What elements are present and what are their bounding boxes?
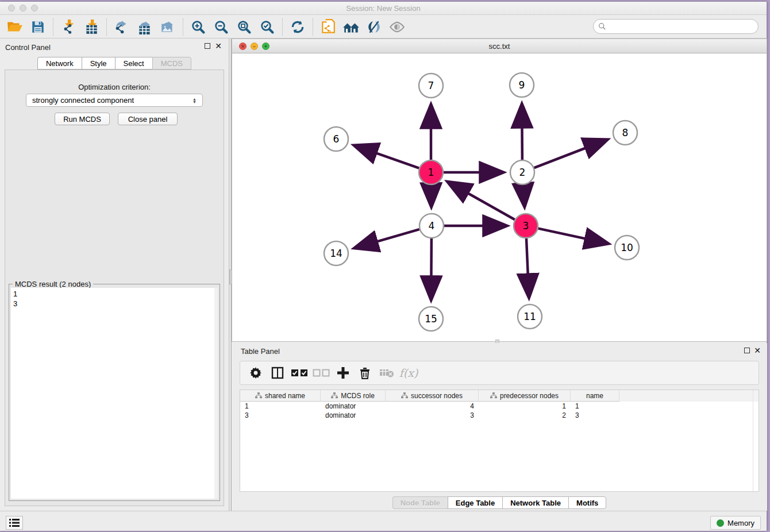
svg-text:4: 4 (429, 220, 435, 232)
table-row[interactable]: 3dominator323 (240, 411, 759, 420)
export-network-icon[interactable] (112, 18, 132, 36)
edge-4-15[interactable] (431, 238, 432, 300)
tab-motifs[interactable]: Motifs (568, 496, 606, 509)
zoom-out-icon[interactable] (211, 18, 231, 36)
column-header-successor-nodes[interactable]: successor nodes (386, 390, 479, 402)
export-table-icon[interactable] (135, 18, 155, 36)
first-neighbors-icon[interactable] (341, 18, 361, 36)
float-panel-icon[interactable] (205, 43, 210, 49)
node-14[interactable]: 14 (324, 241, 348, 265)
toolbar-separator (313, 18, 313, 36)
window-title: Session: New Session (0, 4, 767, 13)
tab-edge-table[interactable]: Edge Table (448, 496, 502, 509)
table-cell[interactable]: 1 (240, 402, 321, 411)
search-input[interactable] (606, 21, 758, 32)
table-cell[interactable]: 1 (571, 402, 619, 411)
hierarchy-icon (401, 392, 408, 399)
edge-3-1[interactable] (448, 182, 515, 219)
mcds-result-legend: MCDS result (2 nodes) (13, 280, 93, 288)
column-header-shared-name[interactable]: shared name (240, 390, 321, 402)
table-cell[interactable]: 4 (386, 402, 479, 411)
network-view-window: ✕ − + scc.txt 1 2 3 4 6 7 8 9 10 (232, 38, 767, 342)
zoom-fit-icon[interactable] (234, 18, 254, 36)
tab-style[interactable]: Style (82, 57, 115, 70)
select-all-checks-icon[interactable] (291, 364, 308, 381)
node-2[interactable]: 2 (510, 160, 534, 184)
network-canvas[interactable]: 1 2 3 4 6 7 8 9 10 11 14 15 (232, 53, 767, 341)
run-mcds-button[interactable]: Run MCDS (55, 113, 110, 125)
column-chooser-icon[interactable] (269, 364, 286, 381)
mcds-result-group: MCDS result (2 nodes) 1 3 (9, 284, 220, 501)
zoom-selected-icon[interactable] (257, 18, 277, 36)
node-6[interactable]: 6 (324, 127, 348, 151)
column-header-name[interactable]: name (571, 390, 619, 402)
node-3[interactable]: 3 (514, 214, 538, 238)
node-10[interactable]: 10 (615, 236, 639, 260)
application-window: Session: New Session Control Panel ✕ Net… (0, 2, 767, 531)
tab-network-table[interactable]: Network Table (502, 496, 568, 509)
node-11[interactable]: 11 (518, 304, 542, 329)
import-table-icon[interactable] (82, 18, 101, 36)
edge-3-10[interactable] (538, 229, 609, 244)
table-cell[interactable]: dominator (321, 411, 386, 420)
edge-2-9[interactable] (522, 104, 522, 160)
memory-button[interactable]: Memory (710, 516, 761, 530)
import-network-icon[interactable] (59, 18, 78, 36)
hierarchy-icon (331, 392, 338, 399)
table-cell[interactable]: 3 (240, 411, 321, 420)
close-panel-button[interactable]: Close panel (118, 113, 178, 125)
table-close-panel-icon[interactable]: ✕ (754, 348, 761, 353)
svg-text:9: 9 (519, 79, 525, 91)
show-hide-icon[interactable] (387, 18, 407, 36)
tab-mcds[interactable]: MCDS (152, 57, 191, 70)
duplicate-network-icon[interactable] (318, 18, 338, 36)
node-9[interactable]: 9 (510, 73, 534, 97)
node-table[interactable]: shared nameMCDS rolesuccessor nodesprede… (240, 390, 759, 492)
edge-2-3[interactable] (523, 185, 524, 207)
settings-gear-icon[interactable] (247, 364, 264, 381)
hierarchy-icon (255, 392, 262, 399)
table-float-panel-icon[interactable] (744, 348, 750, 353)
edge-3-11[interactable] (526, 238, 529, 298)
table-cell[interactable]: 3 (571, 411, 619, 420)
delete-column-icon[interactable] (356, 364, 374, 381)
save-session-icon[interactable] (28, 18, 48, 36)
refresh-icon[interactable] (288, 18, 307, 36)
export-image-icon[interactable] (158, 18, 178, 36)
table-cell[interactable]: 2 (479, 411, 571, 420)
edge-2-8[interactable] (534, 140, 608, 168)
svg-text:10: 10 (621, 242, 633, 253)
result-scrollbar[interactable] (214, 288, 218, 499)
tab-node-table[interactable]: Node Table (392, 496, 448, 509)
tab-select[interactable]: Select (115, 57, 152, 70)
zoom-in-icon[interactable] (188, 18, 208, 36)
column-header-predecessor-nodes[interactable]: predecessor nodes (479, 390, 571, 402)
open-session-icon[interactable] (5, 18, 25, 36)
column-header-MCDS-role[interactable]: MCDS role (321, 390, 386, 402)
search-box[interactable] (593, 19, 759, 34)
tab-network[interactable]: Network (37, 57, 82, 70)
edge-4-14[interactable] (355, 229, 419, 248)
table-cell[interactable]: 1 (479, 402, 571, 411)
developer-panel-button[interactable] (6, 516, 23, 530)
node-7[interactable]: 7 (419, 74, 443, 98)
toolbar-separator (282, 18, 283, 36)
table-tabs: Node TableEdge TableNetwork TableMotifs (232, 496, 767, 509)
close-panel-icon[interactable]: ✕ (215, 43, 222, 49)
node-15[interactable]: 15 (419, 307, 443, 331)
node-8[interactable]: 8 (613, 121, 637, 145)
node-1[interactable]: 1 (419, 160, 443, 184)
selected-option: strongly connected component (32, 96, 134, 105)
apply-style-icon[interactable] (364, 18, 384, 36)
table-row[interactable]: 1dominator411 (240, 402, 759, 411)
table-cell[interactable]: dominator (321, 402, 386, 411)
edge-1-6[interactable] (354, 145, 419, 168)
add-column-icon[interactable] (334, 364, 352, 381)
table-cell[interactable]: 3 (386, 411, 479, 420)
network-view-titlebar[interactable]: ✕ − + scc.txt (232, 39, 767, 53)
table-scrollbar[interactable] (753, 390, 757, 491)
mcds-result-text[interactable]: 1 3 (11, 288, 214, 499)
node-4[interactable]: 4 (419, 214, 444, 238)
optimization-criterion-select[interactable]: strongly connected component ▲▼ (26, 94, 203, 107)
mcds-panel: Optimization criterion: strongly connect… (5, 70, 224, 506)
